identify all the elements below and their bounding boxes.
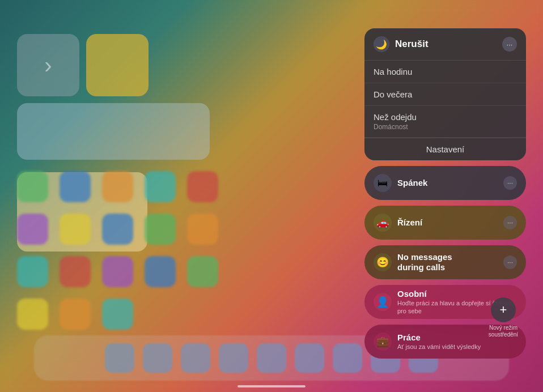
car-icon: 🚗 — [374, 214, 392, 232]
app-icon-12 — [60, 256, 91, 287]
nerushit-options: Na hodinu Do večera Než odejdu Domácnost… — [364, 60, 526, 160]
smiley-icon: 😊 — [374, 253, 392, 271]
app-icon-2 — [60, 171, 91, 202]
rizeni-left: 🚗 Řízení — [374, 214, 422, 232]
moon-icon: 🌙 — [374, 36, 389, 52]
app-icon-17 — [60, 299, 91, 330]
nerushit-card[interactable]: 🌙 Nerušit ··· Na hodinu Do večera Než od… — [364, 28, 526, 160]
app-icons-area — [11, 165, 248, 335]
messages-left: 😊 No messagesduring calls — [374, 252, 452, 272]
app-icon-8 — [102, 214, 133, 245]
nerushit-more-button[interactable]: ··· — [502, 37, 517, 52]
widget-wide — [17, 103, 210, 160]
prace-title: Práce — [397, 333, 481, 343]
home-indicator — [237, 385, 306, 387]
nastaveni-button[interactable]: Nastavení — [364, 138, 526, 160]
app-icon-13 — [102, 256, 133, 287]
prace-left: 💼 Práce Ať jsou za vámi vidět výsledky — [374, 333, 481, 351]
spanek-card[interactable]: 🛏 Spánek ··· — [364, 166, 526, 200]
rizeni-card[interactable]: 🚗 Řízení ··· — [364, 206, 526, 240]
dock-icon-3 — [181, 343, 210, 373]
prace-text: Práce Ať jsou za vámi vidět výsledky — [397, 333, 481, 351]
option-na-hodinu[interactable]: Na hodinu — [364, 61, 526, 83]
new-focus-area: + Nový režim soustředění — [481, 297, 526, 338]
rizeni-title: Řízení — [397, 218, 422, 228]
app-icon-11 — [17, 256, 48, 287]
app-icon-15 — [187, 256, 218, 287]
messages-more-button[interactable]: ··· — [503, 255, 517, 269]
dock-icon-6 — [295, 343, 324, 373]
new-focus-label: Nový režim soustředění — [481, 325, 526, 338]
dock-icon-1 — [105, 343, 134, 373]
person-icon: 👤 — [374, 293, 392, 311]
rizeni-more-button[interactable]: ··· — [503, 216, 517, 229]
app-icon-6 — [17, 214, 48, 245]
option-nez-odejdu[interactable]: Než odejdu Domácnost — [364, 106, 526, 138]
app-icon-7 — [60, 214, 91, 245]
bed-icon: 🛏 — [374, 174, 392, 192]
nerushit-left: 🌙 Nerušit — [374, 36, 429, 52]
spanek-text: Spánek — [397, 178, 427, 188]
app-icon-14 — [145, 256, 176, 287]
nerushit-title: Nerušit — [395, 39, 429, 50]
app-icon-3 — [102, 171, 133, 202]
messages-title: No messagesduring calls — [397, 252, 452, 272]
app-icon-16 — [17, 299, 48, 330]
widget-chevron: › — [17, 34, 79, 96]
dock-icon-7 — [333, 343, 362, 373]
prace-subtitle: Ať jsou za vámi vidět výsledky — [397, 343, 481, 351]
spanek-left: 🛏 Spánek — [374, 174, 427, 192]
app-icon-10 — [187, 214, 218, 245]
rizeni-text: Řízení — [397, 218, 422, 228]
spanek-title: Spánek — [397, 178, 427, 188]
briefcase-icon: 💼 — [374, 333, 392, 351]
dock-icon-5 — [257, 343, 286, 373]
option-nez-odejdu-sublabel: Domácnost — [374, 123, 517, 131]
app-icon-5 — [187, 171, 218, 202]
messages-text: No messagesduring calls — [397, 252, 452, 272]
new-focus-button[interactable]: + — [491, 297, 516, 322]
app-icon-9 — [145, 214, 176, 245]
app-icon-1 — [17, 171, 48, 202]
nerushit-header: 🌙 Nerušit ··· — [364, 28, 526, 60]
dock-icon-4 — [219, 343, 248, 373]
spanek-more-button[interactable]: ··· — [503, 176, 517, 190]
dock-icon-2 — [143, 343, 172, 373]
widget-yellow — [86, 34, 149, 96]
option-do-vecera[interactable]: Do večera — [364, 83, 526, 106]
option-nez-odejdu-label: Než odejdu — [374, 112, 517, 122]
app-icon-4 — [145, 171, 176, 202]
app-icon-18 — [102, 299, 133, 330]
messages-card[interactable]: 😊 No messagesduring calls ··· — [364, 245, 526, 279]
